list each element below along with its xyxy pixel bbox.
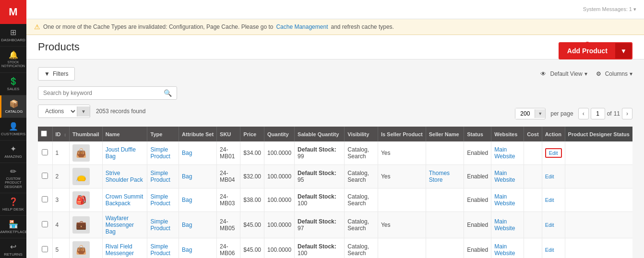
edit-link[interactable]: Edit <box>545 174 554 179</box>
sidebar-item-dashboard[interactable]: ⊞ DASHBOARD <box>0 24 26 47</box>
product-type-link[interactable]: Simple Product <box>150 170 170 183</box>
toolbar-right: 👁 Default View ▾ ⚙ Columns ▾ <box>540 70 632 77</box>
table-row: 4💼Wayfarer Messenger BagSimple ProductBa… <box>38 212 632 238</box>
product-type-link[interactable]: Simple Product <box>150 193 170 207</box>
row-action: Edit <box>542 238 565 258</box>
per-page-input[interactable] <box>515 108 535 119</box>
sidebar-item-custom-product-designer[interactable]: ✏ CUSTOM PRODUCT DESIGNER <box>0 163 26 193</box>
row-checkbox[interactable] <box>42 149 48 155</box>
default-view-label: Default View <box>550 70 582 77</box>
row-type: Simple Product <box>147 165 179 188</box>
product-attribute-set-link[interactable]: Bag <box>182 246 192 253</box>
edit-link-highlighted[interactable]: Edit <box>545 148 562 158</box>
topbar-right: System Messages: 1 ▾ <box>583 6 636 12</box>
search-submit-icon[interactable]: 🔍 <box>164 89 172 97</box>
th-id[interactable]: ID ↕ <box>52 127 70 141</box>
product-attribute-set-link[interactable]: Bag <box>182 150 192 156</box>
pagination: ▼ per page ‹ of 11 › <box>515 108 632 119</box>
sidebar-item-returns[interactable]: ↩ RETURNS <box>0 238 26 258</box>
product-name-link[interactable]: Rival Field Messenger <box>106 243 134 257</box>
search-input[interactable] <box>43 90 164 96</box>
th-is-seller-product[interactable]: Is Seller Product <box>378 127 426 141</box>
sidebar-item-marketplace[interactable]: 🏪 MARKETPLACE <box>0 216 26 238</box>
columns-button[interactable]: Columns ▾ <box>605 70 632 77</box>
th-name[interactable]: Name <box>102 127 147 141</box>
add-product-main-button[interactable]: Add Product <box>560 43 615 59</box>
chevron-down-icon: ▾ <box>584 70 587 77</box>
website-link[interactable]: Main Website <box>494 193 515 207</box>
th-websites[interactable]: Websites <box>491 127 524 141</box>
product-attribute-set-link[interactable]: Bag <box>182 173 192 180</box>
sidebar-item-catalog[interactable]: 📦 CATALOG <box>0 95 26 118</box>
seller-name-link[interactable]: Thomes Store <box>429 170 450 183</box>
sidebar-item-stock-notification[interactable]: 🔔 STOCK NOTIFICATION <box>0 47 26 73</box>
th-sku[interactable]: SKU <box>217 127 240 141</box>
th-cost[interactable]: Cost <box>524 127 542 141</box>
th-price[interactable]: Price <box>240 127 264 141</box>
website-link[interactable]: Main Website <box>494 146 515 160</box>
table-row: 1👜Joust Duffle BagSimple ProductBag24-MB… <box>38 141 632 165</box>
th-status[interactable]: Status <box>464 127 491 141</box>
website-link[interactable]: Main Website <box>494 170 515 183</box>
product-type-link[interactable]: Simple Product <box>150 218 170 232</box>
next-page-button[interactable]: › <box>622 108 632 119</box>
row-checkbox-cell <box>38 188 52 212</box>
row-checkbox[interactable] <box>42 246 48 252</box>
columns-arrow-icon: ▾ <box>630 70 632 77</box>
sidebar-item-help-desk[interactable]: ❓ HELP DESK <box>0 193 26 216</box>
th-thumbnail: Thumbnail <box>70 127 103 141</box>
sidebar-item-customers[interactable]: 👤 CUSTOMERS <box>0 118 26 141</box>
actions-dropdown[interactable]: Actions <box>38 105 77 117</box>
product-attribute-set-link[interactable]: Bag <box>182 222 192 228</box>
add-product-button[interactable]: Add Product ▼ <box>559 42 632 59</box>
toolbar-left: ▼ Filters <box>38 67 75 81</box>
warning-text-before: One or more of the Cache Types are inval… <box>43 23 273 30</box>
edit-link[interactable]: Edit <box>545 197 554 203</box>
edit-link[interactable]: Edit <box>545 222 554 228</box>
default-view-select[interactable]: Default View ▾ <box>550 70 587 77</box>
row-checkbox[interactable] <box>42 196 48 202</box>
sidebar-label-catalog: CATALOG <box>5 109 23 114</box>
th-seller-name[interactable]: Seller Name <box>426 127 464 141</box>
row-cost <box>524 165 542 188</box>
row-salable-quantity: Default Stock: 99 <box>295 141 345 165</box>
th-type[interactable]: Type <box>147 127 179 141</box>
product-type-link[interactable]: Simple Product <box>150 243 170 257</box>
row-checkbox[interactable] <box>42 173 48 179</box>
website-link[interactable]: Main Website <box>494 243 515 257</box>
edit-link[interactable]: Edit <box>545 247 554 253</box>
row-checkbox[interactable] <box>42 221 48 227</box>
product-name-link[interactable]: Strive Shoulder Pack <box>106 170 143 183</box>
cache-management-link[interactable]: Cache Management <box>276 23 328 30</box>
sidebar-item-amazing[interactable]: ✦ AMAZING <box>0 141 26 163</box>
prev-page-button[interactable]: ‹ <box>578 108 589 119</box>
system-messages-label[interactable]: System Messages: 1 ▾ <box>583 6 636 12</box>
row-attribute-set: Bag <box>179 188 217 212</box>
th-action: Action <box>542 127 565 141</box>
warning-icon: ⚠ <box>34 23 40 31</box>
current-page-input[interactable] <box>591 108 605 119</box>
product-attribute-set-link[interactable]: Bag <box>182 197 192 203</box>
row-price: $45.00 <box>240 238 264 258</box>
th-attribute-set[interactable]: Attribute Set <box>179 127 217 141</box>
product-type-link[interactable]: Simple Product <box>150 146 170 160</box>
add-product-dropdown-button[interactable]: ▼ <box>615 43 632 59</box>
product-name-link[interactable]: Wayfarer Messenger Bag <box>106 215 134 235</box>
th-salable-quantity[interactable]: Salable Quantity <box>295 127 345 141</box>
th-quantity[interactable]: Quantity <box>264 127 295 141</box>
filters-button[interactable]: ▼ Filters <box>38 67 75 81</box>
th-visibility[interactable]: Visibility <box>345 127 378 141</box>
amazing-icon: ✦ <box>10 144 16 153</box>
sidebar-item-sales[interactable]: 💲 SALES <box>0 73 26 95</box>
select-all-checkbox[interactable] <box>41 130 47 137</box>
product-name-link[interactable]: Joust Duffle Bag <box>106 146 136 160</box>
row-salable-quantity: Default Stock: 100 <box>295 238 345 258</box>
row-sku: 24-MB03 <box>217 188 240 212</box>
product-name-link[interactable]: Crown Summit Backpack <box>106 193 143 207</box>
website-link[interactable]: Main Website <box>494 218 515 232</box>
sales-icon: 💲 <box>9 77 18 86</box>
actions-select[interactable]: Actions ▼ <box>38 105 90 118</box>
bell-icon: 🔔 <box>9 50 18 59</box>
row-sku: 24-MB01 <box>217 141 240 165</box>
per-page-arrow-icon[interactable]: ▼ <box>535 109 545 118</box>
